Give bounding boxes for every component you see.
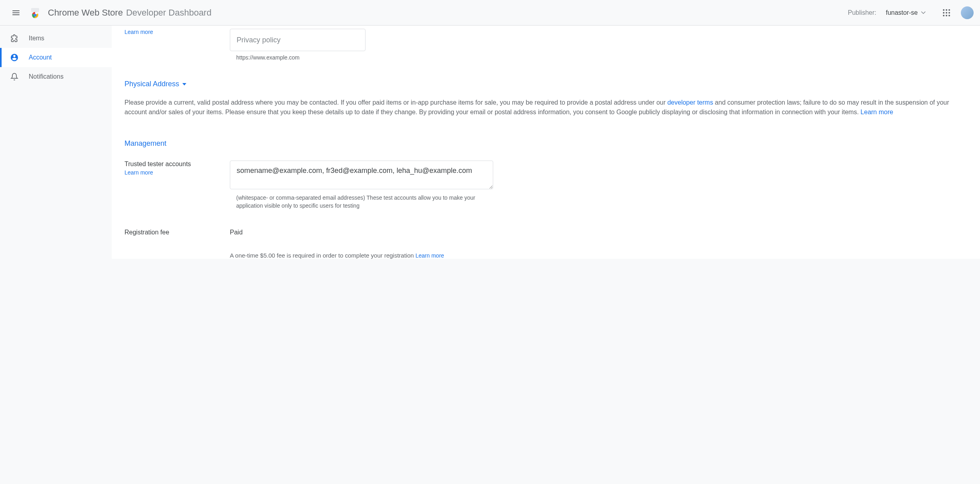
top-header: Chrome Web Store Developer Dashboard Pub… <box>0 0 980 26</box>
trusted-testers-learn-more-link[interactable]: Learn more <box>124 169 153 176</box>
address-description: Please provide a current, valid postal a… <box>124 98 967 117</box>
apps-grid-icon <box>943 9 950 16</box>
registration-fee-description: A one-time $5.00 fee is required in orde… <box>230 252 967 259</box>
privacy-learn-more-link[interactable]: Learn more <box>124 29 153 35</box>
google-apps-button[interactable] <box>939 5 954 21</box>
address-learn-more-link[interactable]: Learn more <box>861 109 893 115</box>
caret-down-icon <box>182 83 186 85</box>
account-circle-icon <box>10 53 19 62</box>
sidebar-item-label: Account <box>29 54 52 61</box>
sidebar-item-notifications[interactable]: Notifications <box>0 67 112 86</box>
developer-terms-link[interactable]: developer terms <box>667 99 713 106</box>
registration-fee-row: Registration fee Paid A one-time $5.00 f… <box>124 229 967 259</box>
physical-address-toggle[interactable]: Physical Address <box>124 80 967 88</box>
user-avatar[interactable] <box>961 6 974 19</box>
main-content: Learn more https://www.example.com Physi… <box>112 26 980 259</box>
privacy-policy-input[interactable] <box>230 29 366 51</box>
privacy-policy-section: Learn more https://www.example.com <box>124 26 967 61</box>
registration-fee-title: Registration fee <box>124 229 227 236</box>
svg-point-2 <box>34 14 37 16</box>
caret-down-icon <box>921 11 926 14</box>
sidebar-item-label: Items <box>29 35 44 42</box>
svg-rect-0 <box>31 8 39 12</box>
management-section: Management Trusted tester accounts Learn… <box>124 139 967 259</box>
trusted-testers-row: Trusted tester accounts Learn more (whit… <box>124 161 967 210</box>
publisher-value: funastor-se <box>886 9 918 16</box>
bell-icon <box>10 72 19 81</box>
extension-icon <box>10 34 19 43</box>
title-sub: Developer Dashboard <box>126 8 211 18</box>
publisher-select[interactable]: funastor-se <box>886 9 926 16</box>
sidebar-item-account[interactable]: Account <box>0 48 112 67</box>
title-main: Chrome Web Store <box>48 8 123 18</box>
sidebar-item-label: Notifications <box>29 73 63 80</box>
address-heading: Physical Address <box>124 80 179 88</box>
physical-address-section: Physical Address Please provide a curren… <box>124 80 967 117</box>
privacy-helper-text: https://www.example.com <box>230 54 967 61</box>
sidebar-item-items[interactable]: Items <box>0 29 112 48</box>
menu-button[interactable] <box>6 3 26 22</box>
page-title-group: Chrome Web Store Developer Dashboard <box>48 8 211 18</box>
trusted-testers-textarea[interactable] <box>230 161 493 189</box>
fee-learn-more-link[interactable]: Learn more <box>415 252 444 259</box>
management-heading: Management <box>124 139 967 148</box>
publisher-label: Publisher: <box>848 9 876 16</box>
chrome-web-store-logo-icon <box>29 6 41 19</box>
trusted-testers-helper: (whitespace- or comma-separated email ad… <box>230 194 493 210</box>
sidebar-nav: Items Account Notifications <box>0 26 112 259</box>
hamburger-icon <box>12 10 20 15</box>
registration-fee-status: Paid <box>230 229 967 236</box>
trusted-testers-title: Trusted tester accounts <box>124 161 227 168</box>
